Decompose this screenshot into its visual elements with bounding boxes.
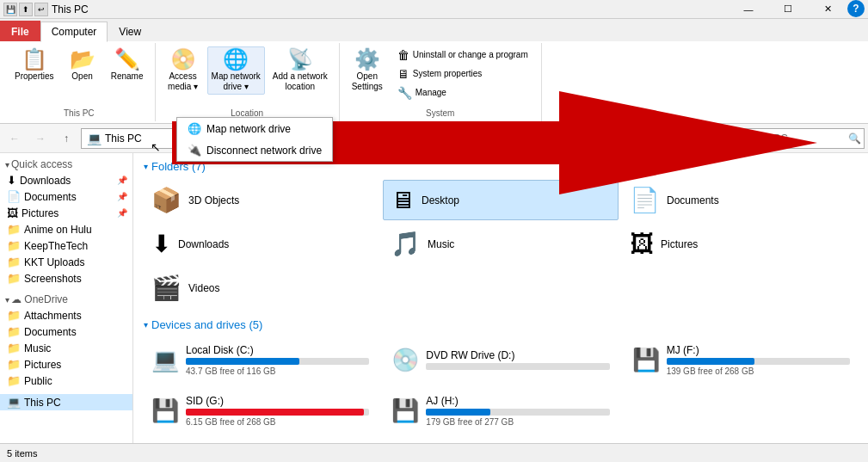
manage-button[interactable]: 🔧 Manage	[391, 84, 534, 102]
folder-desktop[interactable]: 🖥 Desktop	[383, 180, 619, 220]
sidebar-item-documents[interactable]: 📄 Documents 📌	[0, 188, 132, 205]
search-box[interactable]: 🔍	[710, 128, 865, 149]
pin-icon-docs: 📌	[117, 192, 127, 201]
sidebar-item-screenshots[interactable]: 📁 Screenshots	[0, 270, 132, 286]
sidebar-item-music[interactable]: 📁 Music	[0, 340, 132, 356]
tab-computer[interactable]: Computer	[40, 22, 108, 42]
documents-folder-label: Documents	[667, 194, 719, 206]
pictures-folder-label: Pictures	[661, 238, 698, 250]
search-input[interactable]	[716, 132, 845, 145]
drives-header-label: Devices and drives (5)	[151, 318, 262, 331]
sidebar-item-anime[interactable]: 📁 Anime on Hulu	[0, 221, 132, 237]
drive-d-icon: 💿	[391, 347, 419, 373]
sidebar-item-attachments[interactable]: 📁 Attachments	[0, 307, 132, 323]
minimize-button[interactable]: —	[729, 0, 768, 19]
attachments-label: Attachments	[24, 310, 82, 322]
close-button[interactable]: ✕	[808, 0, 847, 19]
sidebar-item-this-pc[interactable]: 💻 This PC	[0, 394, 132, 410]
uninstall-icon: 🗑	[397, 49, 409, 61]
drive-g-icon: 💾	[151, 397, 179, 424]
status-item-count: 5 items	[7, 448, 37, 459]
folder-downloads[interactable]: ⬇ Downloads	[144, 224, 379, 264]
search-icon: 🔍	[848, 132, 861, 145]
drive-f-bar	[667, 358, 754, 365]
map-network-drive-item[interactable]: 🌐 Map network drive	[177, 118, 332, 139]
undo-icon[interactable]: ↩	[34, 3, 48, 16]
ribbon-group-network: 📀 Accessmedia ▾ 🌐 Map networkdrive ▾ 📡 A…	[156, 43, 340, 121]
folder-music[interactable]: 🎵 Music	[383, 224, 619, 264]
address-bar: ← → ↑ 💻 This PC 🔄 🔍	[0, 124, 868, 153]
drive-g-bar-bg	[186, 409, 369, 416]
downloads-folder-label: Downloads	[178, 238, 229, 250]
folder-pictures[interactable]: 🖼 Pictures	[622, 224, 858, 264]
sidebar-onedrive-header[interactable]: ▾ ☁ OneDrive	[0, 292, 132, 307]
up-button[interactable]: ↑	[55, 127, 77, 150]
drives-section-header[interactable]: ▾ Devices and drives (5)	[144, 318, 858, 331]
kkt-uploads-label: KKT Uploads	[24, 256, 84, 268]
drive-h[interactable]: 💾 AJ (H:) 179 GB free of 277 GB	[384, 389, 617, 433]
maximize-button[interactable]: ☐	[768, 0, 808, 19]
sidebar-item-od-pictures[interactable]: 📁 Pictures	[0, 356, 132, 373]
map-network-drive-button[interactable]: 🌐 Map networkdrive ▾	[207, 46, 265, 95]
pictures-folder-icon: 🖼	[630, 230, 654, 258]
drive-h-icon: 💾	[391, 397, 419, 424]
drive-d[interactable]: 💿 DVD RW Drive (D:)	[384, 338, 617, 382]
quickaccess-arrow-icon: ▾	[5, 160, 9, 169]
documents-label: Documents	[24, 191, 77, 203]
desktop-icon: 🖥	[391, 186, 415, 214]
tab-view[interactable]: View	[108, 21, 152, 41]
content-area: ▾ Folders (7) 📦 3D Objects 🖥 Desktop 📄 D…	[133, 153, 868, 462]
sidebar-item-downloads[interactable]: ⬇ Downloads 📌	[0, 172, 132, 188]
drive-g-details: 6.15 GB free of 268 GB	[186, 417, 369, 427]
folders-section-header[interactable]: ▾ Folders (7)	[144, 160, 858, 173]
help-button[interactable]: ?	[847, 0, 865, 17]
folder-documents[interactable]: 📄 Documents	[622, 180, 858, 220]
drive-h-info: AJ (H:) 179 GB free of 277 GB	[426, 395, 609, 427]
sidebar-item-od-documents[interactable]: 📁 Documents	[0, 323, 132, 340]
back-button[interactable]: ←	[3, 127, 26, 150]
folder-icon[interactable]: ⬆	[19, 3, 33, 16]
open-button[interactable]: 📂 Open	[62, 46, 103, 84]
add-network-location-button[interactable]: 📡 Add a networklocation	[268, 46, 332, 95]
drive-g[interactable]: 💾 SID (G:) 6.15 GB free of 268 GB	[144, 389, 377, 433]
properties-button[interactable]: 📋 Properties	[10, 46, 58, 84]
sidebar-item-keepthetech[interactable]: 📁 KeepTheTech	[0, 237, 132, 254]
uninstall-button[interactable]: 🗑 Uninstall or change a program	[391, 46, 534, 64]
access-media-button[interactable]: 📀 Accessmedia ▾	[163, 46, 204, 95]
map-drive-icon: 🌐	[223, 49, 249, 70]
anime-label: Anime on Hulu	[24, 224, 92, 236]
folder-videos[interactable]: 🎬 Videos	[144, 268, 379, 308]
ribbon-group-system: ⚙️ OpenSettings 🗑 Uninstall or change a …	[340, 43, 542, 121]
status-bar: 5 items	[0, 443, 868, 462]
sidebar-item-pictures[interactable]: 🖼 Pictures 📌	[0, 205, 132, 221]
system-properties-button[interactable]: 🖥 System properties	[391, 65, 534, 83]
sidebar-quickaccess-header[interactable]: ▾ Quick access	[0, 157, 132, 172]
ribbon-group-system-items: ⚙️ OpenSettings 🗑 Uninstall or change a …	[347, 46, 534, 107]
save-icon[interactable]: 💾	[3, 3, 17, 16]
sidebar-item-public[interactable]: 📁 Public	[0, 373, 132, 389]
drive-c[interactable]: 💻 Local Disk (C:) 43.7 GB free of 116 GB	[144, 338, 377, 382]
path-computer-icon: 💻	[87, 132, 102, 145]
sidebar-item-kkt-uploads[interactable]: 📁 KKT Uploads	[0, 254, 132, 270]
folders-grid: 📦 3D Objects 🖥 Desktop 📄 Documents ⬇ Dow…	[144, 180, 858, 308]
drive-f[interactable]: 💾 MJ (F:) 139 GB free of 268 GB	[625, 338, 858, 382]
open-settings-button[interactable]: ⚙️ OpenSettings	[347, 46, 388, 95]
disconnect-network-drive-item[interactable]: 🔌 Disconnect network drive	[177, 139, 332, 161]
rename-button[interactable]: ✏️ Rename	[107, 46, 148, 84]
drives-grid: 💻 Local Disk (C:) 43.7 GB free of 116 GB…	[144, 338, 858, 433]
folder-3d-objects[interactable]: 📦 3D Objects	[144, 180, 379, 220]
3d-objects-label: 3D Objects	[188, 194, 239, 206]
forward-button[interactable]: →	[29, 127, 52, 150]
ribbon-group-network-items: 📀 Accessmedia ▾ 🌐 Map networkdrive ▾ 📡 A…	[163, 46, 332, 107]
pictures-icon: 🖼	[7, 206, 18, 219]
pin-icon: 📌	[117, 176, 127, 185]
pictures-label: Pictures	[22, 207, 58, 219]
rename-icon: ✏️	[114, 49, 140, 70]
anime-folder-icon: 📁	[7, 223, 21, 236]
music-folder-icon: 🎵	[391, 230, 421, 258]
kkt-uploads-icon: 📁	[7, 256, 21, 268]
address-path[interactable]: 💻 This PC	[81, 128, 680, 149]
drive-c-bar	[186, 358, 299, 365]
refresh-button[interactable]: 🔄	[684, 128, 706, 149]
tab-file[interactable]: File	[0, 21, 40, 41]
